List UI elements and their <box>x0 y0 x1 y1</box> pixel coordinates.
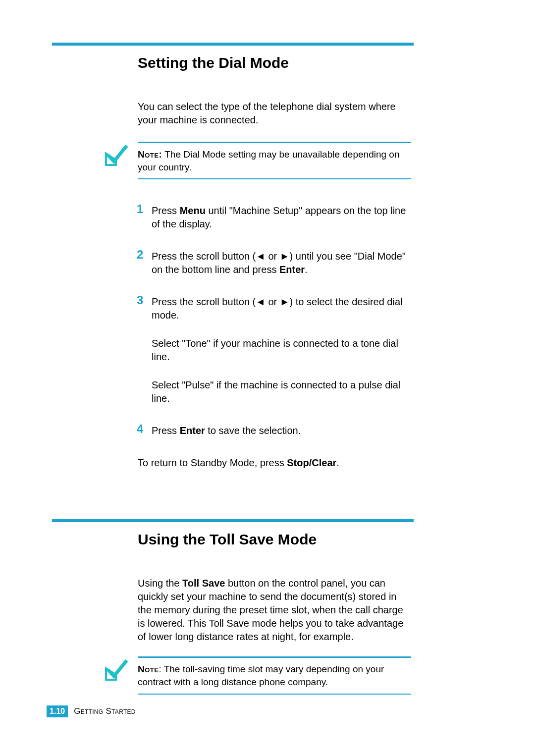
step-2: 2 Press the scroll button (◄ or ►) until… <box>138 250 411 276</box>
section-accent-bar-1 <box>52 43 414 46</box>
return-bold: Stop/Clear <box>287 457 336 468</box>
note-text-2: Note: The toll-saving time slot may vary… <box>138 663 411 688</box>
step-text: Press the scroll button (◄ or ►) until y… <box>152 250 411 276</box>
note-label: Note <box>138 664 159 674</box>
step-4: 4 Press Enter to save the selection. <box>138 424 411 437</box>
note-rule-bottom <box>138 694 411 695</box>
step-number: 2 <box>137 248 143 262</box>
return-pre: To return to Standby Mode, press <box>138 457 287 468</box>
note-body: : The toll-saving time slot may vary dep… <box>138 664 384 687</box>
step-subtext-2: Select "Pulse" if the machine is connect… <box>152 378 411 405</box>
step-text-bold: Enter <box>279 264 305 275</box>
step-text-pre: Press the scroll button (◄ or ►) until y… <box>152 251 406 275</box>
note-rule-top <box>138 142 411 143</box>
step-text: Press Enter to save the selection. <box>152 424 411 437</box>
chapter-title: Getting Started <box>74 706 136 716</box>
step-number: 4 <box>137 422 143 436</box>
step-number: 1 <box>137 202 143 216</box>
step-text-post: . <box>305 264 308 275</box>
steps-list: 1 Press Menu until "Machine Setup" appea… <box>138 204 411 437</box>
intro-text-1: You can select the type of the telephone… <box>138 100 411 127</box>
step-text-bold: Menu <box>180 205 206 216</box>
step-text: Press Menu until "Machine Setup" appears… <box>152 204 411 231</box>
note-rule-bottom <box>138 178 411 179</box>
page-number: 1.10 <box>47 705 68 717</box>
note-label: Note: <box>138 149 162 160</box>
step-text-post: to save the selection. <box>205 425 301 436</box>
section-accent-bar-2 <box>52 519 414 522</box>
step-1: 1 Press Menu until "Machine Setup" appea… <box>138 204 411 231</box>
heading-setting-dial-mode: Setting the Dial Mode <box>138 54 414 71</box>
step-subtext-1: Select "Tone" if your machine is connect… <box>152 337 411 364</box>
intro-text-2: Using the Toll Save button on the contro… <box>138 577 411 644</box>
step-number: 3 <box>137 293 143 307</box>
step-text-bold: Enter <box>180 425 205 436</box>
page-footer: 1.10 Getting Started <box>47 705 136 717</box>
note-rule-top <box>138 656 411 658</box>
step-3: 3 Press the scroll button (◄ or ►) to se… <box>138 295 411 405</box>
step-text-pre: Press <box>152 425 180 436</box>
intro-pre: Using the <box>138 578 182 589</box>
note-block-2: Note: The toll-saving time slot may vary… <box>138 656 411 694</box>
checkmark-icon <box>103 657 130 685</box>
note-block-1: Note: The Dial Mode setting may be unava… <box>138 142 411 179</box>
note-text-1: Note: The Dial Mode setting may be unava… <box>138 148 411 173</box>
return-post: . <box>336 457 339 468</box>
checkmark-icon <box>103 143 130 170</box>
step-text-pre: Press <box>152 205 180 216</box>
note-body: The Dial Mode setting may be unavailable… <box>138 149 399 172</box>
return-text: To return to Standby Mode, press Stop/Cl… <box>138 456 411 470</box>
step-text-pre: Press the scroll button (◄ or ►) to sele… <box>152 296 402 321</box>
step-text: Press the scroll button (◄ or ►) to sele… <box>152 295 411 322</box>
heading-toll-save: Using the Toll Save Mode <box>138 531 414 548</box>
intro-bold: Toll Save <box>182 578 225 589</box>
